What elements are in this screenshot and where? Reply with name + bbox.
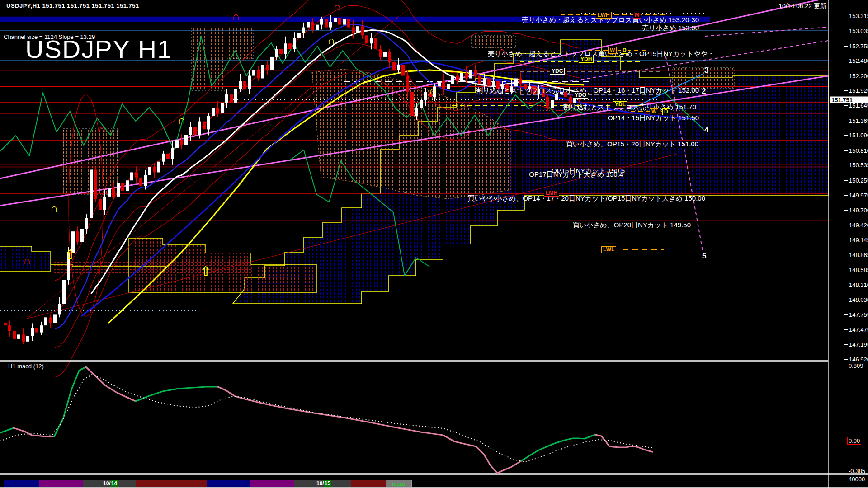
price-axis-tick [844, 255, 848, 255]
level-label-lmh: LMH [544, 190, 559, 197]
session-bar-segment [136, 480, 207, 487]
wave-count-4: 4 [704, 126, 708, 135]
price-axis-label: 149.420 [849, 221, 868, 228]
session-date-prefix: 10/ [316, 480, 324, 487]
level-label-ydl: YDL [613, 101, 627, 108]
session-date-day: 15 [324, 480, 331, 487]
price-axis-label: 147.475 [849, 326, 868, 333]
price-axis-tick [844, 61, 848, 61]
price-axis-label: 149.975 [849, 192, 868, 198]
price-annotation: 買い小さめ、OP20日NYカット 149.50 [573, 221, 691, 229]
price-axis-tick [844, 90, 848, 91]
price-axis-label: 152.480 [849, 57, 868, 64]
dashed-level-line [705, 27, 828, 36]
wave-count-5: 5 [702, 252, 706, 261]
reversal-marker-icon: ∩ [178, 115, 185, 126]
wave-count-3: 3 [704, 66, 708, 75]
price-axis-label: 151.365 [849, 117, 868, 124]
price-axis-tick [844, 121, 848, 121]
macd-main-line [86, 367, 136, 401]
price-axis-tick [844, 240, 848, 240]
price-axis-label: 148.030 [849, 296, 868, 303]
level-label-d: D [621, 47, 628, 54]
symbol-ohlc-title: USDJPY,H1 151.751 151.751 151.751 151.75… [6, 2, 139, 9]
arrow-up-marker-icon: ⇧ [64, 248, 75, 262]
chart-window: USDJPY,H1 151.751 151.751 151.751 151.75… [0, 0, 868, 488]
session-bar-segment [39, 480, 83, 487]
price-axis-tick [844, 46, 848, 47]
session-bar-segment [4, 480, 39, 487]
price-annotation: 売り小さめ・超えるとストップロス買い小さめ・OP15日NYカットやや・ [488, 50, 714, 57]
reversal-marker-icon: ∩ [232, 11, 240, 22]
price-axis-tick [844, 270, 848, 270]
price-axis-tick [844, 314, 848, 315]
reversal-marker-icon: ∩ [50, 203, 58, 214]
price-axis-label: 147.195 [849, 341, 868, 348]
level-label-ydc: YDC [550, 68, 565, 75]
price-axis-tick [844, 105, 848, 106]
reversal-marker-icon: ∩ [23, 255, 31, 266]
macd-indicator-title: H1 macd (12) [8, 363, 44, 370]
price-axis-tick [844, 329, 848, 330]
watermark-symbol: USDJPY H1 [25, 34, 172, 64]
session-bar-segment [250, 480, 294, 487]
level-label-ydh: YDH [579, 56, 594, 63]
price-axis-tick [844, 150, 848, 151]
macd-main-line [14, 428, 54, 436]
price-axis-label: 151.925 [849, 87, 868, 94]
macd-zero-tag: 0.00 [847, 437, 861, 445]
price-axis-tick [844, 180, 848, 181]
session-date-label: 10/14 [103, 480, 118, 487]
price-axis-label: 148.585 [849, 267, 868, 273]
price-axis-label: 150.535 [849, 162, 868, 169]
macd-main-line [54, 367, 86, 436]
macd-main-line [0, 428, 14, 433]
price-axis-tick [844, 285, 848, 285]
orange-dot-patch [472, 35, 515, 48]
session-date-day: 14 [111, 480, 118, 487]
macd-low-value: -0.385 [849, 468, 865, 474]
chart-canvas [0, 0, 868, 488]
price-axis-tick [844, 225, 848, 225]
price-axis-tick [844, 359, 848, 360]
price-axis-tick [844, 31, 848, 31]
session-date-prefix: 10/ [103, 480, 111, 487]
session-bar-segment [207, 480, 250, 487]
level-label-ydo: YDO [573, 92, 588, 99]
reversal-marker-icon: ∩ [498, 46, 505, 56]
price-axis-label: 148.865 [849, 251, 868, 258]
reversal-marker-icon: ∩ [529, 80, 540, 96]
level-label-lwh: LWH [596, 12, 612, 19]
macd-toggle-button[interactable]: macd ON [386, 480, 412, 487]
reversal-marker-icon: ∩ [98, 123, 106, 134]
price-axis-tick [844, 300, 848, 300]
price-annotation: 売り小さめ 153.00 [642, 24, 699, 32]
price-annotation: 買いやや小さめ、OP14・17・20日NYカット/OP15日NYカット大きめ 1… [467, 194, 705, 202]
red-hatch-band [53, 262, 252, 273]
level-label-d: D [662, 108, 670, 115]
wave-count-2: 2 [702, 87, 706, 96]
level-label-lwl: LWL [601, 246, 616, 253]
macd-main-line [521, 435, 595, 461]
level-label-w: W [650, 108, 658, 115]
macd-main-line [136, 387, 218, 401]
price-axis-label: 151.090 [849, 132, 868, 139]
price-axis-tick [844, 344, 848, 345]
price-axis-label: 150.255 [849, 177, 868, 183]
macd-main-line [218, 387, 521, 473]
price-axis-label: 147.755 [849, 311, 868, 318]
price-axis-tick [844, 16, 848, 16]
reversal-marker-icon: ∩ [327, 35, 335, 46]
reversal-marker-icon: ∩ [429, 85, 437, 96]
price-annotation: 買い小さめ、OP15・20日NYカット 151.00 [566, 140, 698, 148]
arrow-up-marker-icon: ⇧ [200, 265, 211, 278]
price-axis-label: 149.145 [849, 236, 868, 243]
price-annotation: 割り込むとストップロス売り小さめ 151.70 [563, 103, 696, 111]
price-axis-label: 150.810 [849, 147, 868, 154]
price-axis-label: 146.920 [849, 356, 868, 363]
price-axis-label: 152.755 [849, 42, 868, 49]
price-axis-label: 149.700 [849, 206, 868, 213]
orange-dot-patch [673, 68, 734, 88]
price-axis-tick [844, 165, 848, 165]
level-label-m: M [633, 12, 641, 19]
